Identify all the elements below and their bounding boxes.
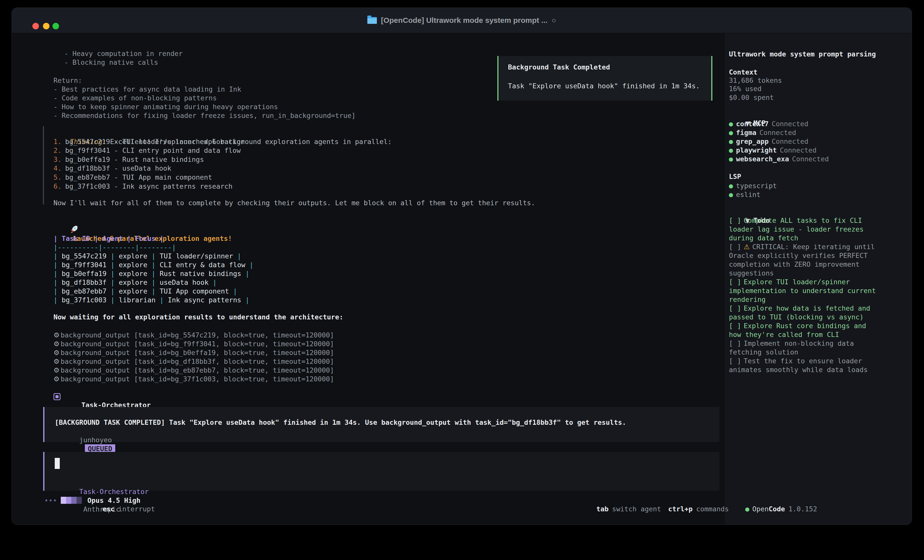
todo-item: [ ]Explore TUI loader/spinner implementa… xyxy=(729,277,879,304)
table-pipe: | xyxy=(237,252,241,260)
input-agent-name[interactable]: Task-Orchestrator xyxy=(80,488,148,496)
mcp-item: ●websearch_exaConnected xyxy=(729,154,829,163)
scrollback-line: - Best practices for async data loading … xyxy=(54,85,241,94)
table-row: |bg_f9ff3041|explore|CLI entry & data fl… xyxy=(54,261,254,269)
table-header-row: |Task ID|Agent|Focus| xyxy=(54,234,164,243)
mcp-status: Connected xyxy=(780,146,816,154)
agent-square-icon xyxy=(54,393,60,400)
loading-circle-icon: ○ xyxy=(552,16,556,25)
todo-list: [ ]Complete ALL tasks to fix CLI loader … xyxy=(729,216,879,374)
thinking-list-item: 1.bg_5547c219 - TUI loader/spinner explo… xyxy=(54,137,245,146)
table-pipe: | xyxy=(160,296,164,304)
table-pipe: | xyxy=(213,279,217,286)
list-text: bg_f9ff3041 - CLI entry point and data f… xyxy=(65,147,241,154)
minimize-window-button[interactable] xyxy=(43,23,50,29)
todo-item: [ ]Complete ALL tasks to fix CLI loader … xyxy=(729,216,879,243)
todo-item: [ ]Explore how data is fetched and passe… xyxy=(729,304,879,321)
mcp-item: ●grep_appConnected xyxy=(729,137,808,146)
table-cell: Rust native bindings xyxy=(160,270,241,277)
table-pipe: | xyxy=(152,279,155,286)
context-tokens: 31,686 tokens xyxy=(729,76,782,85)
tool-name: background_output xyxy=(60,375,130,383)
scrollback-line: - How to keep spinner animating during h… xyxy=(54,102,278,111)
todo-checkbox: [ ] xyxy=(729,322,741,330)
notification-body: Task "Explore useData hook" finished in … xyxy=(508,82,700,90)
list-number: 5. xyxy=(54,174,62,181)
spinner-dot xyxy=(45,500,47,501)
thinking-intro-line: Thinking:Excellent! I've launched 6 back… xyxy=(54,129,392,137)
tool-name: background_output xyxy=(60,331,130,339)
todo-text: Explore TUI loader/spinner implementatio… xyxy=(729,278,876,303)
mcp-section-header[interactable]: ▼MCP xyxy=(729,110,766,119)
todo-text: Explore how data is fetched and passed t… xyxy=(729,304,870,321)
status-dot-icon: ● xyxy=(729,146,733,154)
tool-args: [task_id=bg_37f1c003, block=true, timeou… xyxy=(134,375,334,383)
table-header: Focus xyxy=(135,235,155,243)
mcp-name: grep_app xyxy=(736,138,769,145)
table-row: |bg_eb87ebb7|explore|TUI App component| xyxy=(54,287,237,295)
table-cell: bg_b0effa19 xyxy=(62,270,107,277)
tool-name: background_output xyxy=(60,340,130,348)
list-number: 3. xyxy=(54,156,62,163)
tool-call-line: ⚙background_output[task_id=bg_eb87ebb7, … xyxy=(54,366,334,374)
table-pipe: | xyxy=(160,235,164,243)
prompt-input[interactable]: Task-Orchestrator Opus 4.5 High Anthropi… xyxy=(43,452,719,491)
table-header: Task ID xyxy=(62,235,90,243)
table-pipe: | xyxy=(111,261,115,269)
tool-call-line: ⚙background_output[task_id=bg_37f1c003, … xyxy=(54,374,334,383)
app-version-footer: ●OpenCode1.0.152 xyxy=(729,496,817,505)
scrollback-line: Return: xyxy=(54,76,82,85)
warning-icon: ⚠ xyxy=(744,243,750,251)
table-cell: librarian xyxy=(119,296,155,304)
table-pipe: | xyxy=(152,261,155,269)
spinner-dot xyxy=(54,500,56,501)
list-number: 6. xyxy=(54,183,62,190)
working-spinner xyxy=(45,497,82,504)
table-row: |bg_5547c219|explore|TUI loader/spinner| xyxy=(54,252,241,261)
mcp-item: ●playwrightConnected xyxy=(729,146,816,154)
brand-open: Open xyxy=(752,505,769,513)
gear-icon: ⚙ xyxy=(54,366,60,374)
table-pipe: | xyxy=(152,270,155,277)
table-cell: bg_37f1c003 xyxy=(62,296,107,304)
mcp-item: ●context7Connected xyxy=(729,120,808,128)
app-version: 1.0.152 xyxy=(788,505,817,513)
launch-line: Launched 6 parallel exploration agents! xyxy=(54,217,232,225)
table-cell: bg_eb87ebb7 xyxy=(62,287,107,295)
waiting-line: Now waiting for all exploration results … xyxy=(54,313,343,321)
gear-icon: ⚙ xyxy=(54,375,60,383)
zoom-window-button[interactable] xyxy=(52,23,59,29)
completed-message-text: [BACKGROUND TASK COMPLETED] Task "Explor… xyxy=(55,418,626,427)
table-pipe: | xyxy=(152,252,155,260)
table-pipe: | xyxy=(54,287,57,295)
message-author: junhoyeo xyxy=(80,436,112,444)
spinner-block xyxy=(66,497,71,504)
agent-header: Task-Orchestrator · claude-opus-4-5-high xyxy=(65,392,168,401)
todo-section-header[interactable]: ▼Todo xyxy=(729,207,770,216)
list-number: 2. xyxy=(54,147,62,154)
tool-name: background_output xyxy=(60,358,130,365)
mcp-name: playwright xyxy=(736,146,777,154)
terminal-window: [OpenCode] Ultrawork mode system prompt … xyxy=(12,7,912,525)
table-pipe: | xyxy=(249,261,254,269)
tab-hint: tabswitch agent xyxy=(580,496,661,522)
table-pipe: | xyxy=(111,287,115,295)
table-pipe: | xyxy=(111,279,115,286)
background-task-notification[interactable]: Background Task Completed Task "Explore … xyxy=(497,56,712,100)
list-text: bg_df18bb3f - useData hook xyxy=(65,164,171,172)
status-dot-icon: ● xyxy=(729,155,733,163)
table-row: |bg_df18bb3f|explore|useData hook| xyxy=(54,278,217,287)
mcp-status: Connected xyxy=(759,129,796,136)
tool-call-line: ⚙background_output[task_id=bg_b0effa19, … xyxy=(54,348,334,357)
status-dot-icon: ● xyxy=(729,138,733,145)
close-window-button[interactable] xyxy=(32,23,39,29)
todo-checkbox: [ ] xyxy=(729,243,741,251)
table-pipe: | xyxy=(152,287,155,295)
table-pipe: | xyxy=(54,296,57,304)
tool-args: [task_id=bg_df18bb3f, block=true, timeou… xyxy=(134,358,334,365)
todo-checkbox: [ ] xyxy=(729,340,741,347)
list-text: bg_b0effa19 - Rust native bindings xyxy=(65,156,204,163)
spinner-dot xyxy=(50,500,51,501)
table-cell: explore xyxy=(119,279,147,286)
tool-args: [task_id=bg_5547c219, block=true, timeou… xyxy=(134,331,334,339)
